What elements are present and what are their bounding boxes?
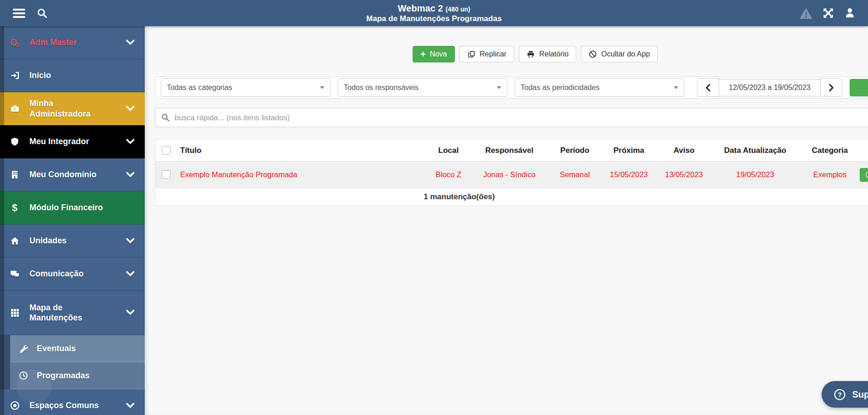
replicar-button[interactable]: Replicar: [460, 46, 515, 62]
table-row[interactable]: Exemplo Manutenção Programada Bloco Z Jo…: [155, 162, 868, 188]
menu-icon[interactable]: [13, 9, 25, 18]
relatorio-button[interactable]: Relatório: [519, 46, 576, 62]
units-count: (480 un): [446, 6, 471, 13]
search-icon: [161, 113, 170, 122]
responsaveis-value: Todos os responsáveis: [344, 84, 419, 92]
next-week-button[interactable]: [820, 79, 842, 97]
periodicidades-value: Todas as periodicidades: [521, 84, 600, 92]
column-header-proxima: Próxima: [600, 146, 658, 155]
quick-search-input[interactable]: [155, 108, 868, 127]
column-header-responsavel: Responsável: [469, 146, 550, 155]
row-proxima: 15/05/2023: [600, 170, 658, 179]
svg-text:?: ?: [838, 391, 842, 398]
filters-bar: Todas as categorias Todos os responsávei…: [155, 77, 868, 99]
sidebar-item-label: Programadas: [37, 371, 90, 381]
chevron-down-icon: [126, 171, 137, 179]
chevron-right-icon: [828, 84, 834, 92]
chevron-down-icon: [126, 270, 137, 278]
categorias-value: Todas as categorias: [167, 84, 232, 92]
sidebar-item-meu-integrador[interactable]: Meu Integrador: [0, 125, 145, 158]
column-header-local: Local: [428, 146, 469, 155]
table-header-row: Título Local Responsável Período Próxima…: [155, 140, 868, 162]
expand-icon[interactable]: [822, 7, 834, 19]
sign-in-icon: [0, 71, 29, 80]
sidebar-item-meu-condominio[interactable]: Meu Condomínio: [0, 158, 145, 191]
row-aviso: 13/05/2023: [658, 170, 710, 179]
row-periodo: Semanal: [550, 170, 600, 179]
warning-icon[interactable]: [799, 7, 813, 20]
sidebar-item-modulo-financeiro[interactable]: $ Módulo Financeiro: [0, 191, 145, 224]
caret-down-icon: [674, 86, 678, 89]
prev-week-button[interactable]: [697, 79, 719, 97]
support-button[interactable]: ? Suporte: [822, 381, 868, 408]
copy-icon: [467, 50, 476, 58]
chevron-down-icon: [126, 105, 137, 113]
sidebar-item-label: Meu Integrador: [29, 136, 126, 147]
relatorio-label: Relatório: [539, 50, 568, 58]
briefcase-icon: [0, 104, 29, 113]
table-footer-count: 1 manutenção(ões): [155, 188, 868, 206]
clock-icon: [865, 171, 868, 178]
question-icon: ?: [834, 388, 846, 401]
column-header-titulo: Título: [176, 146, 428, 155]
maintenance-table: Título Local Responsável Período Próxima…: [155, 139, 868, 206]
printer-icon: [527, 50, 535, 58]
row-responsavel: Jonas - Síndico: [469, 170, 550, 179]
actions-toolbar: + Nova Replicar Relatório: [155, 46, 868, 62]
sidebar-item-minha-administradora[interactable]: Minha Administradora: [0, 92, 145, 125]
row-titulo: Exemplo Manutenção Programada: [176, 170, 428, 179]
row-local: Bloco Z: [428, 170, 469, 179]
chevron-down-icon: [126, 402, 137, 410]
caret-down-icon: [320, 86, 324, 89]
shield-icon: [0, 137, 29, 146]
chevron-down-icon: [126, 308, 137, 317]
ocultar-do-app-button[interactable]: Ocultar do App: [581, 46, 658, 62]
nova-label: Nova: [430, 50, 447, 58]
support-label: Suporte: [852, 389, 868, 400]
top-bar: Webmac 2 (480 un) Mapa de Manutenções Pr…: [0, 0, 868, 26]
search-icon[interactable]: [36, 7, 48, 19]
date-range-field[interactable]: 12/05/2023 a 19/05/2023: [719, 79, 821, 96]
sidebar-item-adm-master[interactable]: ⚙⚙ Adm Master: [0, 26, 145, 59]
app-title: Webmac 2: [398, 3, 443, 13]
responsaveis-select[interactable]: Todos os responsáveis: [338, 79, 507, 97]
grid-icon: [0, 308, 29, 318]
column-header-aviso: Aviso: [658, 146, 710, 155]
building-icon: [0, 170, 29, 179]
plus-icon: +: [420, 50, 426, 59]
categorias-select[interactable]: Todas as categorias: [161, 79, 330, 97]
caret-down-icon: [497, 86, 501, 89]
sidebar-item-label: Eventuais: [37, 344, 76, 353]
sidebar-item-eventuais[interactable]: Eventuais: [10, 335, 145, 362]
select-all-checkbox[interactable]: [162, 146, 170, 155]
sidebar-item-mapa-de-manutencoes[interactable]: Mapa de Manutenções: [0, 291, 145, 335]
sidebar-item-espacos-comuns[interactable]: Espaços Comuns: [0, 389, 145, 415]
search-button[interactable]: [850, 79, 868, 96]
row-categoria: Exemplos: [800, 170, 860, 179]
page-title: Webmac 2 (480 un) Mapa de Manutenções Pr…: [0, 3, 868, 23]
ocultar-label: Ocultar do App: [601, 50, 650, 58]
date-range-value: 12/05/2023 a 19/05/2023: [729, 84, 811, 92]
sidebar-item-label: Minha Administradora: [29, 98, 103, 119]
sidebar-item-programadas[interactable]: Programadas: [10, 362, 145, 389]
sidebar-item-unidades[interactable]: Unidades: [0, 224, 145, 258]
sidebar-item-label: Início: [29, 70, 137, 81]
main-content: + Nova Replicar Relatório: [145, 26, 868, 415]
row-checkbox[interactable]: [162, 170, 170, 179]
app-window: Webmac 2 (480 un) Mapa de Manutenções Pr…: [0, 0, 868, 415]
sidebar-item-inicio[interactable]: Início: [0, 59, 145, 92]
quick-search: [155, 108, 868, 127]
periodicidades-select[interactable]: Todas as periodicidades: [515, 79, 684, 97]
nova-button[interactable]: + Nova: [413, 46, 455, 62]
adiar-button[interactable]: Adiar: [860, 168, 868, 182]
chevron-down-icon: [126, 39, 137, 47]
column-header-categoria: Categoria: [800, 146, 860, 155]
gears-icon: ⚙⚙: [0, 37, 29, 48]
sidebar-item-comunicacao[interactable]: Comunicação: [0, 258, 145, 291]
column-header-data-atualizacao: Data Atualização: [710, 146, 800, 155]
user-icon[interactable]: [844, 7, 856, 19]
row-data-atualizacao: 19/05/2023: [710, 170, 800, 179]
home-icon: [0, 236, 29, 246]
chevron-down-icon: [126, 138, 137, 146]
date-range-group: 12/05/2023 a 19/05/2023: [697, 79, 842, 97]
